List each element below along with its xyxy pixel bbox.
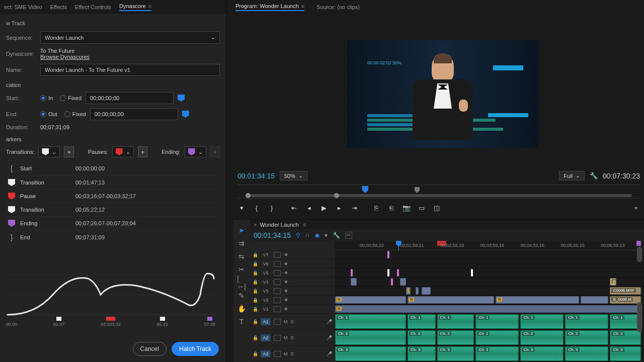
- video-clip[interactable]: fx: [335, 296, 406, 304]
- audio-clip[interactable]: Ch. 3: [408, 346, 435, 361]
- track-content-area[interactable]: prem fx C0006.MXF fx fx fx: [335, 250, 644, 362]
- sync-lock-icon[interactable]: [274, 319, 281, 325]
- ruler-marker-icon[interactable]: [415, 187, 420, 193]
- tab-menu-icon[interactable]: ≡: [300, 3, 304, 9]
- solo-icon[interactable]: S: [291, 351, 294, 356]
- audio-clip[interactable]: Ch. 1: [408, 314, 435, 329]
- video-clip[interactable]: fx: [408, 296, 494, 304]
- pen-tool-icon[interactable]: ✎: [237, 291, 246, 300]
- marker-row-end[interactable]: } End 00;07;31;09: [6, 230, 220, 245]
- name-input[interactable]: [40, 64, 220, 76]
- marker-row-start[interactable]: { Start 00;00;00;00: [6, 161, 220, 176]
- tab-source[interactable]: Source: (no clips): [316, 4, 360, 10]
- audio-clip[interactable]: Ch. 2: [335, 330, 406, 345]
- solo-icon[interactable]: S: [291, 335, 294, 340]
- marker-row-transition[interactable]: Transition 00;01;47;13: [6, 176, 220, 190]
- audio-clip[interactable]: Ch. 3: [520, 346, 564, 361]
- video-clip[interactable]: fx: [335, 305, 641, 313]
- track-header-v3[interactable]: 🔒V3👁: [250, 287, 335, 296]
- audio-clip[interactable]: Ch. 2: [565, 330, 608, 345]
- track-header-a1[interactable]: 🔒A1MS🎤: [250, 314, 335, 330]
- sync-lock-icon[interactable]: [274, 335, 281, 341]
- end-fixed-radio[interactable]: Fixed: [64, 111, 86, 117]
- safe-margins-icon[interactable]: ◫: [433, 204, 441, 212]
- add-transition-button[interactable]: +: [64, 146, 74, 157]
- mark-out-icon[interactable]: }: [268, 204, 276, 212]
- add-pause-button[interactable]: +: [138, 146, 148, 157]
- tab-effects[interactable]: Effects: [50, 4, 67, 10]
- cc-icon[interactable]: cc: [345, 232, 352, 239]
- tab-program[interactable]: Program: Wonder Launch ≡: [235, 3, 304, 11]
- scroll-thumb[interactable]: [637, 247, 642, 262]
- lock-icon[interactable]: 🔒: [253, 270, 258, 276]
- mic-icon[interactable]: 🎤: [327, 319, 332, 324]
- transitions-dropdown[interactable]: ⌄: [38, 146, 60, 157]
- audio-clip[interactable]: Ch. 3: [437, 346, 474, 361]
- clip-marker[interactable]: [471, 269, 473, 277]
- mute-icon[interactable]: M: [284, 335, 288, 340]
- marker-row-ending[interactable]: Ending 00;07;26;07-00;07;28;04: [6, 217, 220, 230]
- audio-clip[interactable]: Ch. 1: [520, 314, 564, 329]
- hatch-track-button[interactable]: Hatch Track: [172, 342, 219, 356]
- clip-marker[interactable]: [397, 269, 399, 277]
- lock-icon[interactable]: 🔒: [253, 252, 258, 257]
- sync-lock-icon[interactable]: [274, 279, 281, 285]
- cancel-button[interactable]: Cancel: [133, 342, 167, 356]
- step-forward-icon[interactable]: ▸: [335, 204, 343, 212]
- audio-clip[interactable]: Ch. 1: [565, 314, 608, 329]
- video-clip[interactable]: fx: [496, 296, 579, 304]
- selection-tool-icon[interactable]: ➤: [237, 226, 246, 235]
- timeline-tab[interactable]: Wonder Launch: [260, 222, 298, 228]
- audio-clip[interactable]: Ch. 1: [475, 314, 519, 329]
- marker-row-pause[interactable]: Pause 00;03;16;07-00;03;32;17: [6, 190, 220, 203]
- track-header-a3[interactable]: 🔒A3MS🎤: [250, 346, 335, 362]
- lock-icon[interactable]: 🔒: [253, 351, 258, 356]
- audio-clip[interactable]: Ch. 2: [475, 330, 519, 345]
- tab-dynascore[interactable]: Dynascore ≡: [119, 3, 151, 11]
- go-to-in-icon[interactable]: ⇤: [290, 204, 298, 212]
- audio-clip[interactable]: Ch. 1: [335, 314, 406, 329]
- audio-clip[interactable]: Ch. 2: [408, 330, 435, 345]
- marker-tl-icon[interactable]: ▾: [325, 232, 328, 239]
- video-clip[interactable]: [416, 287, 419, 295]
- lock-icon[interactable]: 🔒: [253, 319, 258, 324]
- extract-icon[interactable]: ⎗: [387, 204, 395, 212]
- ripple-tool-icon[interactable]: ⇆: [237, 252, 246, 261]
- add-marker-icon[interactable]: ▾: [237, 204, 246, 212]
- end-out-radio[interactable]: Out: [40, 111, 57, 117]
- video-clip[interactable]: [581, 296, 608, 304]
- eye-icon[interactable]: 👁: [284, 252, 288, 257]
- eye-icon[interactable]: 👁: [284, 280, 288, 285]
- playhead-icon[interactable]: [362, 186, 368, 193]
- audio-clip[interactable]: Ch. 2: [520, 330, 564, 345]
- sync-lock-icon[interactable]: [274, 252, 281, 258]
- start-in-radio[interactable]: In: [40, 95, 53, 101]
- step-back-icon[interactable]: ◂: [305, 204, 313, 212]
- lock-icon[interactable]: 🔒: [253, 289, 258, 294]
- mic-icon[interactable]: 🎤: [327, 335, 332, 340]
- add-button-icon[interactable]: +: [632, 204, 640, 212]
- audio-clip[interactable]: Ch. 2: [610, 330, 640, 345]
- video-clip[interactable]: [400, 278, 406, 286]
- track-header-v7[interactable]: 🔒V7👁: [250, 250, 335, 259]
- video-clip[interactable]: [351, 278, 357, 286]
- track-header-a2[interactable]: 🔒A2MS🎤: [250, 330, 335, 346]
- program-timecode[interactable]: 00:01:34:15: [237, 172, 275, 180]
- vertical-scrollbar[interactable]: [637, 247, 642, 357]
- zoom-dropdown[interactable]: 50%⌄: [280, 171, 307, 180]
- linked-selection-icon[interactable]: ∩: [305, 232, 310, 239]
- sequence-dropdown[interactable]: Wonder Launch ⌄: [40, 31, 220, 44]
- video-clip[interactable]: [422, 287, 431, 295]
- track-header-v1[interactable]: 🔒V1👁: [250, 305, 335, 314]
- clip-marker[interactable]: [351, 269, 353, 277]
- end-tc-input[interactable]: [90, 108, 178, 120]
- tab-menu-icon[interactable]: ≡: [303, 222, 306, 228]
- lock-icon[interactable]: 🔒: [253, 280, 258, 285]
- clip-marker[interactable]: [387, 251, 389, 258]
- eye-icon[interactable]: 👁: [284, 307, 288, 312]
- quality-dropdown[interactable]: Full⌄: [559, 171, 585, 180]
- track-header-v5[interactable]: 🔒V5👁: [250, 268, 335, 278]
- lock-icon[interactable]: 🔒: [253, 261, 258, 266]
- audio-clip[interactable]: Ch. 2: [437, 330, 474, 345]
- audio-clip[interactable]: Ch. 1: [610, 314, 640, 329]
